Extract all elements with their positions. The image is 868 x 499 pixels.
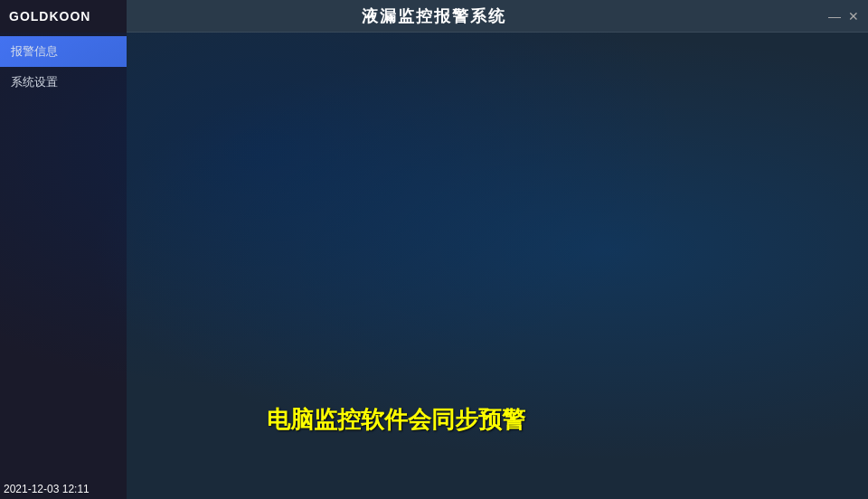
- app-layout: 报警信息系统设置 电脑监控软件会同步预警: [0, 33, 868, 499]
- title-bar: GOLDKOON 液漏监控报警系统 — ✕: [0, 0, 868, 33]
- sidebar: 报警信息系统设置: [0, 33, 127, 499]
- main-content: 电脑监控软件会同步预警: [127, 33, 868, 499]
- app-title: 液漏监控报警系统: [362, 5, 506, 27]
- minimize-button[interactable]: —: [828, 9, 841, 24]
- sidebar-item-0[interactable]: 报警信息: [0, 36, 127, 67]
- window-controls: — ✕: [828, 0, 859, 33]
- datetime: 2021-12-03 12:11: [4, 483, 90, 495]
- overlay-text: 电脑监控软件会同步预警: [267, 404, 525, 436]
- logo-text: GOLDKOON: [9, 9, 90, 24]
- sidebar-item-1[interactable]: 系统设置: [0, 67, 127, 98]
- close-button[interactable]: ✕: [848, 9, 859, 24]
- logo-area: GOLDKOON: [0, 0, 127, 33]
